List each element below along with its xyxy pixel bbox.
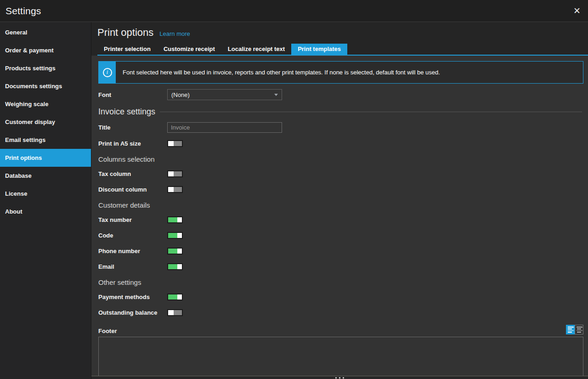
print-templates-body: i Font selected here will be used in inv… (91, 56, 588, 379)
tab-underline (97, 55, 588, 56)
invoice-title-input[interactable] (167, 122, 282, 133)
sidebar-item-weighing-scale[interactable]: Weighing scale (0, 95, 91, 113)
sidebar-item-customer-display[interactable]: Customer display (0, 113, 91, 131)
section-divider (160, 112, 582, 112)
discount-column-label: Discount column (98, 186, 167, 193)
close-icon: ✕ (573, 6, 581, 16)
sidebar-item-license[interactable]: License (0, 185, 91, 203)
settings-sidebar: General Order & payment Products setting… (0, 22, 91, 379)
email-label: Email (98, 263, 167, 270)
customer-details-header: Customer details (98, 201, 583, 209)
footer-textarea[interactable] (98, 337, 583, 379)
payment-methods-toggle[interactable] (167, 294, 183, 300)
align-left-icon[interactable] (566, 325, 575, 334)
columns-selection-header: Columns selection (98, 155, 583, 163)
tabstrip: Printer selection Customize receipt Loca… (91, 39, 588, 56)
content-panel: Print options Learn more Printer selecti… (91, 22, 588, 379)
font-dropdown-value: (None) (171, 91, 274, 98)
outstanding-balance-label: Outstanding balance (98, 309, 167, 316)
grip-dots-icon (335, 377, 337, 379)
tax-number-label: Tax number (98, 216, 167, 223)
font-dropdown[interactable]: (None) (167, 89, 282, 100)
title-label: Title (98, 124, 167, 131)
info-icon: i (99, 62, 116, 83)
info-banner: i Font selected here will be used in inv… (98, 61, 583, 84)
invoice-settings-header: Invoice settings (98, 107, 155, 117)
close-button[interactable]: ✕ (566, 0, 588, 22)
code-label: Code (98, 232, 167, 239)
titlebar: Settings ✕ (0, 0, 588, 22)
other-settings-header: Other settings (98, 278, 583, 286)
chevron-down-icon (274, 94, 278, 96)
window-title: Settings (0, 6, 41, 17)
phone-number-label: Phone number (98, 248, 167, 255)
font-label: Font (98, 91, 167, 98)
sidebar-item-products-settings[interactable]: Products settings (0, 59, 91, 77)
tab-print-templates[interactable]: Print templates (291, 44, 347, 55)
footer-align-group (566, 325, 583, 334)
tax-column-label: Tax column (98, 170, 167, 177)
sidebar-item-documents-settings[interactable]: Documents settings (0, 77, 91, 95)
settings-window: Settings ✕ General Order & payment Produ… (0, 0, 588, 379)
sidebar-item-print-options[interactable]: Print options (0, 149, 91, 167)
print-a5-label: Print in A5 size (98, 140, 167, 147)
tab-localize-receipt-text[interactable]: Localize receipt text (221, 44, 291, 55)
sidebar-item-email-settings[interactable]: Email settings (0, 131, 91, 149)
sidebar-item-order-payment[interactable]: Order & payment (0, 41, 91, 59)
sidebar-item-database[interactable]: Database (0, 167, 91, 185)
email-toggle[interactable] (167, 263, 183, 270)
phone-number-toggle[interactable] (167, 248, 183, 255)
discount-column-toggle[interactable] (167, 186, 183, 193)
code-toggle[interactable] (167, 232, 183, 239)
page-title: Print options (97, 27, 153, 39)
print-a5-toggle[interactable] (167, 140, 183, 147)
info-banner-text: Font selected here will be used in invoi… (116, 62, 440, 83)
align-center-icon[interactable] (575, 325, 583, 334)
outstanding-balance-toggle[interactable] (167, 309, 183, 316)
splitter-handle[interactable] (91, 376, 588, 379)
sidebar-item-about[interactable]: About (0, 203, 91, 221)
learn-more-link[interactable]: Learn more (159, 30, 190, 37)
payment-methods-label: Payment methods (98, 294, 167, 300)
tax-number-toggle[interactable] (167, 216, 183, 223)
tab-printer-selection[interactable]: Printer selection (97, 44, 157, 55)
tab-customize-receipt[interactable]: Customize receipt (157, 44, 221, 55)
sidebar-item-general[interactable]: General (0, 23, 91, 41)
tax-column-toggle[interactable] (167, 170, 183, 177)
footer-label: Footer (98, 328, 117, 334)
